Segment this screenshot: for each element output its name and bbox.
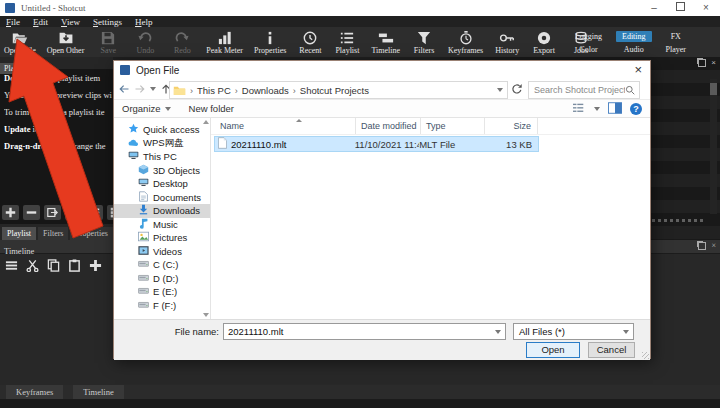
sidebar-item[interactable]: F (F:) (114, 299, 210, 313)
toolbar-button[interactable]: Open File (4, 30, 36, 55)
sidebar-item[interactable]: Pictures (114, 231, 210, 245)
history-dropdown-icon[interactable] (150, 87, 156, 91)
sidebar-item[interactable]: Desktop (114, 177, 210, 191)
toolbar-button[interactable]: Redo (169, 30, 195, 55)
dock-tab[interactable]: Properties (70, 227, 112, 240)
back-icon[interactable] (118, 83, 130, 95)
sidebar-item[interactable]: This PC (114, 150, 210, 164)
change-view-icon[interactable] (572, 102, 586, 116)
column-header[interactable]: Type (421, 118, 485, 134)
window-control-button[interactable]: – (648, 0, 660, 16)
layout-button[interactable]: Logging (569, 31, 608, 42)
search-placeholder: Search Shotcut Projects (534, 85, 625, 95)
timeline-tool-button[interactable] (26, 258, 39, 276)
forward-icon[interactable] (134, 83, 146, 95)
menu-item[interactable]: Edit (33, 17, 48, 27)
menu-icon (5, 258, 18, 275)
layout-button[interactable]: Color (573, 44, 603, 55)
playlist-tool-button[interactable] (44, 205, 61, 220)
column-header[interactable]: Date modified (356, 118, 421, 134)
dock-tab[interactable]: Filters (38, 227, 68, 240)
help-icon[interactable]: ? (630, 103, 642, 115)
toolbar-button[interactable]: Keyframes (448, 30, 483, 55)
sidebar-item[interactable]: Documents (114, 191, 210, 205)
float-panel-icon[interactable] (698, 242, 706, 250)
organize-button[interactable]: Organize (122, 103, 171, 114)
toolbar-button[interactable]: Save (95, 30, 121, 55)
timeline-tool-button[interactable] (89, 258, 102, 276)
column-header[interactable]: Name (215, 118, 356, 134)
breadcrumb-item[interactable]: ›Shotcut Projects (289, 85, 369, 96)
file-name-input[interactable]: 20211110.mlt (223, 323, 506, 340)
computer-icon (128, 150, 139, 163)
toolbar-button[interactable]: Properties (254, 30, 286, 55)
menu-item[interactable]: Help (135, 17, 153, 27)
toolbar-button[interactable]: Playlist (334, 30, 360, 55)
sidebar-item[interactable]: Quick access (114, 123, 210, 137)
window-control-button[interactable]: × (700, 0, 712, 16)
cancel-button[interactable]: Cancel (588, 342, 635, 358)
dock-tab[interactable]: Playlist (2, 227, 36, 240)
sidebar-item[interactable]: C (C:) (114, 258, 210, 272)
playlist-tool-button[interactable] (65, 205, 82, 220)
breadcrumb-item[interactable]: ›This PC (186, 85, 231, 96)
toolbar-button[interactable]: Peak Meter (206, 30, 243, 55)
layout-button[interactable]: Player (660, 44, 692, 55)
column-header[interactable]: Size (485, 118, 538, 134)
sidebar-item[interactable]: D (D:) (114, 272, 210, 286)
preview-pane-icon[interactable] (608, 102, 622, 116)
playlist-tool-button[interactable] (86, 205, 103, 220)
sidebar-item[interactable]: Downloads (114, 204, 210, 218)
dock-tab[interactable]: Keyframes (6, 385, 63, 399)
layout-button[interactable]: Editing (616, 31, 652, 42)
layout-button[interactable]: Audio (618, 44, 650, 55)
address-dropdown-icon[interactable] (497, 88, 503, 92)
chevron-down-icon[interactable] (623, 330, 629, 334)
toolbar-button[interactable]: Filters (411, 30, 437, 55)
sidebar-scroll-up-icon[interactable] (203, 120, 209, 124)
timeline-tool-button[interactable] (5, 258, 18, 276)
search-input[interactable]: Search Shotcut Projects (528, 81, 640, 99)
file-type-select[interactable]: All Files (*) (513, 323, 634, 340)
resize-grip[interactable] (642, 352, 649, 359)
sidebar-item[interactable]: WPS网盘 (114, 137, 210, 151)
export-icon (536, 30, 552, 45)
playlist-tool-button[interactable] (2, 205, 19, 220)
refresh-icon[interactable] (511, 83, 523, 97)
sidebar-item[interactable]: Music (114, 218, 210, 232)
left-dock-tabs: PlaylistFiltersProperties (0, 224, 115, 240)
new-folder-button[interactable]: New folder (189, 103, 234, 114)
views-dropdown-icon[interactable] (594, 107, 600, 111)
toolbar-button[interactable]: Export (531, 30, 557, 55)
float-panel-icon[interactable] (698, 59, 706, 67)
sidebar-item[interactable]: Videos (114, 245, 210, 259)
sidebar-scroll-down-icon[interactable] (203, 313, 209, 317)
breadcrumb-item[interactable]: ›Downloads (231, 85, 289, 96)
recent-scrollbar[interactable] (710, 79, 717, 214)
close-panel-icon[interactable]: × (711, 59, 716, 67)
timeline-tool-button[interactable] (68, 258, 81, 276)
playlist-tool-button[interactable] (23, 205, 40, 220)
menu-item[interactable]: Settings (93, 17, 122, 27)
sidebar-item[interactable]: E (E:) (114, 285, 210, 299)
menu-item[interactable]: File (6, 17, 20, 27)
open-button[interactable]: Open (526, 342, 580, 358)
toolbar-button[interactable]: History (494, 30, 520, 55)
toolbar-button[interactable]: Recent (297, 30, 323, 55)
address-bar[interactable]: ›This PC›Downloads›Shotcut Projects (169, 81, 508, 99)
close-panel-icon[interactable]: × (711, 242, 716, 250)
file-row[interactable]: 20211110.mlt 11/10/2021 11:43 ... MLT Fi… (215, 137, 538, 151)
window-control-button[interactable] (674, 0, 686, 16)
toolbar-button[interactable]: Open Other (47, 30, 85, 55)
dialog-close-icon[interactable]: × (634, 62, 642, 77)
chevron-down-icon[interactable] (495, 330, 501, 334)
toolbar-button[interactable]: Timeline (371, 30, 400, 55)
dock-tab[interactable]: Timeline (73, 385, 123, 399)
toolbar-button[interactable]: Undo (132, 30, 158, 55)
scrollbar-thumb[interactable] (710, 83, 717, 95)
sidebar-item[interactable]: 3D Objects (114, 164, 210, 178)
menu-item[interactable]: View (61, 17, 80, 27)
playlist-hint: Drag-n-drop to rearrange the (4, 141, 113, 151)
layout-button[interactable]: FX (665, 31, 687, 42)
timeline-tool-button[interactable] (47, 258, 60, 276)
